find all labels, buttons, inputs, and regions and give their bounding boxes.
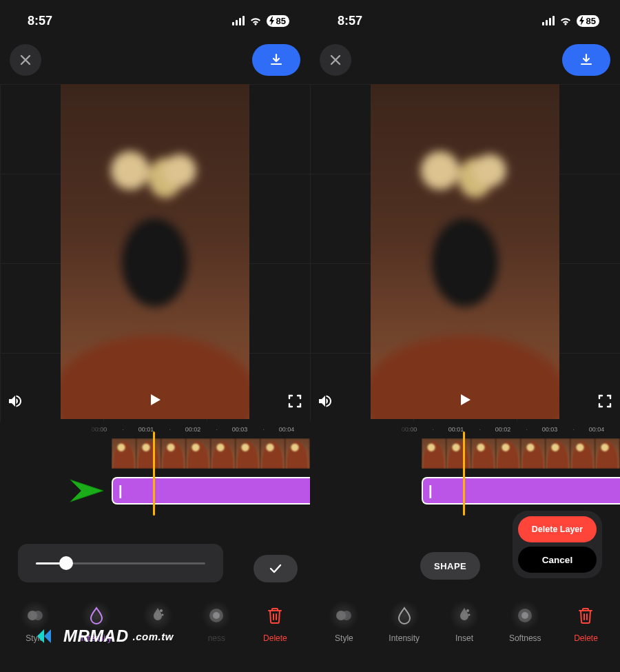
tool-label: Softness bbox=[509, 633, 541, 643]
volume-icon[interactable] bbox=[7, 393, 23, 409]
arrow-indicator-icon bbox=[69, 476, 113, 506]
header bbox=[0, 36, 310, 84]
tool-style[interactable]: Style bbox=[23, 603, 48, 643]
tool-label: Intensity bbox=[389, 633, 420, 643]
close-button[interactable] bbox=[10, 44, 41, 76]
status-icons: 85 bbox=[232, 15, 289, 27]
cellular-signal-icon bbox=[232, 16, 245, 26]
video-frame bbox=[61, 84, 249, 419]
fullscreen-icon[interactable] bbox=[597, 393, 613, 409]
style-icon bbox=[335, 607, 353, 624]
tool-label: Style bbox=[335, 633, 353, 643]
trash-icon bbox=[578, 607, 593, 624]
tool-row: Style Intensity x ness Delete bbox=[0, 592, 310, 654]
intensity-slider-panel bbox=[18, 544, 223, 582]
tool-style[interactable]: Style bbox=[331, 603, 356, 643]
tool-softness[interactable]: Softness bbox=[509, 603, 541, 643]
wifi-icon bbox=[559, 16, 572, 26]
header bbox=[310, 36, 620, 84]
cellular-signal-icon bbox=[542, 16, 555, 26]
video-preview[interactable] bbox=[310, 84, 620, 422]
tool-label: Style bbox=[25, 633, 44, 643]
tool-intensity[interactable]: Intensity bbox=[81, 603, 112, 643]
screen-left: 8:57 85 00:00 00 bbox=[0, 0, 310, 672]
time-ruler: 00:00 00:01 00:02 00:03 00:04 bbox=[90, 426, 310, 433]
volume-icon[interactable] bbox=[317, 393, 333, 409]
softness-icon bbox=[516, 607, 534, 624]
time-tick: 00:00 bbox=[400, 426, 419, 433]
tool-label: ness bbox=[208, 633, 225, 643]
time-ruler: 00:00 00:01 00:02 00:03 00:04 bbox=[400, 426, 620, 433]
svg-point-11 bbox=[521, 612, 528, 619]
popup-delete-label: Delete Layer bbox=[532, 525, 583, 534]
timeline[interactable]: 00:00 00:01 00:02 00:03 00:04 bbox=[310, 422, 620, 525]
effect-layer[interactable] bbox=[422, 477, 620, 505]
svg-point-6 bbox=[336, 611, 346, 620]
tool-inset[interactable]: x bbox=[145, 603, 170, 643]
video-frame bbox=[371, 84, 559, 419]
tool-intensity[interactable]: Intensity bbox=[389, 603, 420, 643]
svg-point-1 bbox=[33, 611, 43, 620]
svg-point-2 bbox=[160, 609, 163, 612]
check-icon bbox=[269, 564, 282, 573]
playhead[interactable] bbox=[153, 431, 155, 516]
drop-icon bbox=[397, 607, 412, 624]
playhead[interactable] bbox=[463, 431, 465, 516]
svg-point-10 bbox=[518, 609, 532, 622]
trash-icon bbox=[267, 607, 282, 624]
softness-icon bbox=[207, 607, 225, 624]
thumbnail-strip[interactable] bbox=[112, 438, 310, 469]
close-button[interactable] bbox=[320, 44, 351, 76]
close-icon bbox=[19, 53, 32, 67]
delete-layer-popup: Delete Layer Cancel bbox=[513, 511, 602, 578]
fullscreen-icon[interactable] bbox=[287, 393, 303, 409]
intensity-slider[interactable] bbox=[36, 562, 205, 564]
time-tick: 00:03 bbox=[540, 426, 559, 433]
download-icon bbox=[579, 52, 594, 68]
time-tick: 00:02 bbox=[493, 426, 513, 433]
svg-point-9 bbox=[468, 614, 470, 616]
video-preview[interactable] bbox=[0, 84, 310, 422]
wifi-icon bbox=[249, 16, 262, 26]
download-button[interactable] bbox=[252, 44, 300, 76]
battery-indicator: 85 bbox=[577, 15, 599, 27]
tool-softness[interactable]: ness bbox=[204, 603, 229, 643]
status-bar: 8:57 85 bbox=[310, 6, 620, 36]
screen-right: 8:57 85 00:00 00 bbox=[310, 0, 620, 672]
effect-layer[interactable] bbox=[112, 477, 310, 505]
cancel-button[interactable]: Cancel bbox=[518, 547, 597, 573]
battery-indicator: 85 bbox=[267, 15, 289, 27]
download-button[interactable] bbox=[562, 44, 610, 76]
close-icon bbox=[329, 53, 342, 67]
shape-button-label: SHAPE bbox=[434, 561, 466, 571]
delete-layer-button[interactable]: Delete Layer bbox=[518, 516, 597, 542]
time-tick: 00:04 bbox=[277, 426, 296, 433]
status-icons: 85 bbox=[542, 15, 599, 27]
play-icon[interactable] bbox=[147, 392, 163, 407]
drop-icon bbox=[89, 607, 104, 624]
time-tick: 00:03 bbox=[230, 426, 249, 433]
tool-label: Intensity bbox=[81, 633, 112, 643]
timeline[interactable]: 00:00 00:01 00:02 00:03 00:04 bbox=[0, 422, 310, 525]
popup-cancel-label: Cancel bbox=[542, 555, 572, 565]
style-icon bbox=[26, 607, 44, 624]
thumbnail-strip[interactable] bbox=[422, 438, 620, 469]
status-time: 8:57 bbox=[338, 14, 362, 28]
svg-point-8 bbox=[466, 609, 469, 612]
tool-label: Inset bbox=[455, 633, 473, 643]
time-tick: 00:00 bbox=[90, 426, 109, 433]
time-tick: 00:04 bbox=[587, 426, 606, 433]
status-bar: 8:57 85 bbox=[0, 6, 310, 36]
tool-inset[interactable]: Inset bbox=[452, 603, 477, 643]
time-tick: 00:02 bbox=[183, 426, 203, 433]
svg-point-0 bbox=[28, 611, 37, 620]
tool-delete[interactable]: Delete bbox=[573, 603, 598, 643]
slider-thumb[interactable] bbox=[59, 556, 73, 570]
svg-point-4 bbox=[209, 609, 223, 622]
inset-icon bbox=[149, 607, 167, 624]
tool-label: Delete bbox=[574, 633, 598, 643]
play-icon[interactable] bbox=[457, 392, 473, 407]
shape-button[interactable]: SHAPE bbox=[420, 552, 480, 580]
confirm-button[interactable] bbox=[254, 555, 298, 582]
tool-delete[interactable]: Delete bbox=[262, 603, 287, 643]
